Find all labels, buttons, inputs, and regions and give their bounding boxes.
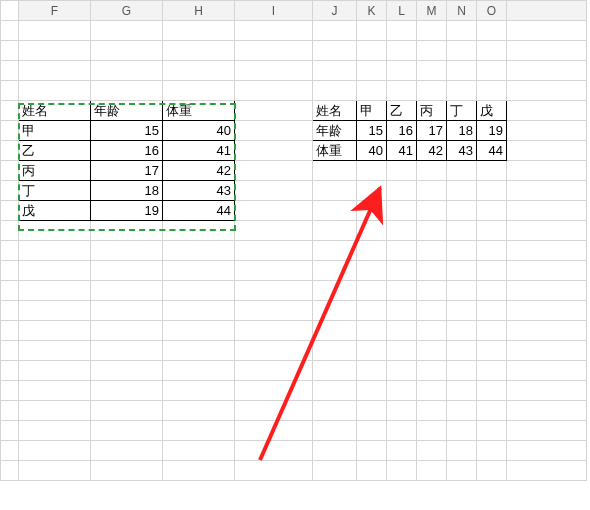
src-r4-name[interactable]: 戊 bbox=[19, 201, 91, 221]
col-header-G[interactable]: G bbox=[91, 1, 163, 21]
col-header-N[interactable]: N bbox=[447, 1, 477, 21]
src-r0-weight[interactable]: 40 bbox=[163, 121, 235, 141]
res-r0-v3[interactable]: 丁 bbox=[447, 101, 477, 121]
col-header-J[interactable]: J bbox=[313, 1, 357, 21]
src-r4-weight[interactable]: 44 bbox=[163, 201, 235, 221]
src-r0-name[interactable]: 甲 bbox=[19, 121, 91, 141]
src-r2-name[interactable]: 丙 bbox=[19, 161, 91, 181]
col-header-L[interactable]: L bbox=[387, 1, 417, 21]
src-r1-weight[interactable]: 41 bbox=[163, 141, 235, 161]
src-r1-age[interactable]: 16 bbox=[91, 141, 163, 161]
src-r3-weight[interactable]: 43 bbox=[163, 181, 235, 201]
res-r1-v4[interactable]: 19 bbox=[477, 121, 507, 141]
res-r0-v4[interactable]: 戊 bbox=[477, 101, 507, 121]
res-r1-label[interactable]: 年龄 bbox=[313, 121, 357, 141]
src-header-name[interactable]: 姓名 bbox=[19, 101, 91, 121]
src-r1-name[interactable]: 乙 bbox=[19, 141, 91, 161]
column-header-row: F G H I J K L M N O bbox=[1, 1, 587, 21]
src-r2-age[interactable]: 17 bbox=[91, 161, 163, 181]
res-r0-v0[interactable]: 甲 bbox=[357, 101, 387, 121]
res-r1-v0[interactable]: 15 bbox=[357, 121, 387, 141]
col-header-O[interactable]: O bbox=[477, 1, 507, 21]
src-header-age[interactable]: 年龄 bbox=[91, 101, 163, 121]
res-r2-v2[interactable]: 42 bbox=[417, 141, 447, 161]
res-r2-v1[interactable]: 41 bbox=[387, 141, 417, 161]
src-r2-weight[interactable]: 42 bbox=[163, 161, 235, 181]
col-header-K[interactable]: K bbox=[357, 1, 387, 21]
col-header-H[interactable]: H bbox=[163, 1, 235, 21]
src-header-weight[interactable]: 体重 bbox=[163, 101, 235, 121]
src-r3-name[interactable]: 丁 bbox=[19, 181, 91, 201]
res-r2-v0[interactable]: 40 bbox=[357, 141, 387, 161]
res-r0-v2[interactable]: 丙 bbox=[417, 101, 447, 121]
res-r2-v4[interactable]: 44 bbox=[477, 141, 507, 161]
src-r3-age[interactable]: 18 bbox=[91, 181, 163, 201]
col-header-M[interactable]: M bbox=[417, 1, 447, 21]
res-r0-label[interactable]: 姓名 bbox=[313, 101, 357, 121]
col-header-I[interactable]: I bbox=[235, 1, 313, 21]
res-r0-v1[interactable]: 乙 bbox=[387, 101, 417, 121]
spreadsheet-grid[interactable]: F G H I J K L M N O 姓名 年龄 体重 姓名 甲 乙 丙 丁 … bbox=[0, 0, 587, 481]
res-r1-v3[interactable]: 18 bbox=[447, 121, 477, 141]
src-r4-age[interactable]: 19 bbox=[91, 201, 163, 221]
col-header-F[interactable]: F bbox=[19, 1, 91, 21]
src-r0-age[interactable]: 15 bbox=[91, 121, 163, 141]
res-r2-v3[interactable]: 43 bbox=[447, 141, 477, 161]
res-r1-v2[interactable]: 17 bbox=[417, 121, 447, 141]
res-r2-label[interactable]: 体重 bbox=[313, 141, 357, 161]
res-r1-v1[interactable]: 16 bbox=[387, 121, 417, 141]
